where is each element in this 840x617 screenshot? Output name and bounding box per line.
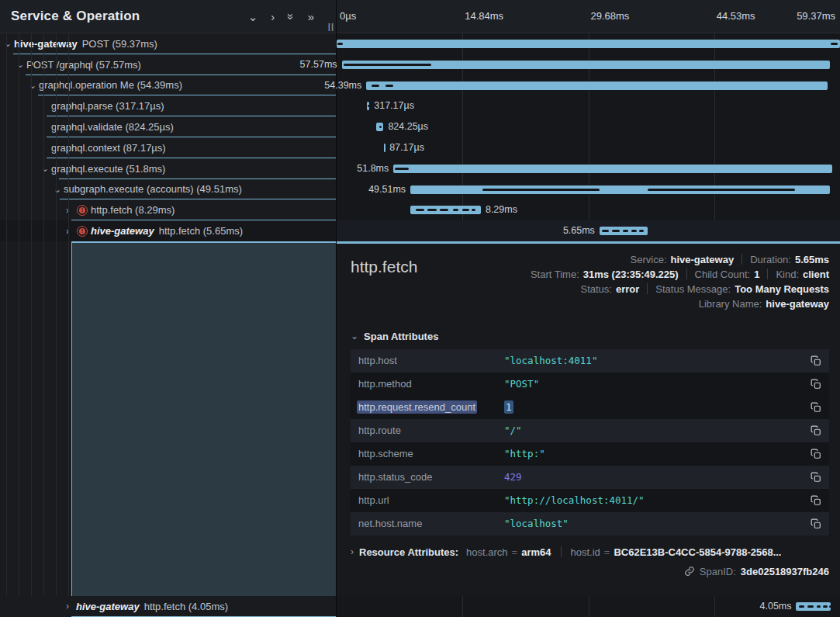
copy-icon[interactable] [807, 449, 821, 459]
chevron-down-icon[interactable]: ⌄ [248, 11, 258, 23]
tree-row[interactable]: ⌄hive-gatewayPOST (59.37ms) [0, 33, 336, 54]
attribute-key: http.scheme [358, 448, 504, 459]
tree-row[interactable]: ›!http.fetch (8.29ms) [0, 199, 336, 220]
span-duration-bar[interactable] [337, 40, 840, 48]
resource-attributes-title: Resource Attributes: [359, 546, 458, 558]
tree-row[interactable]: graphql.validate (824.25µs) [0, 116, 336, 137]
resource-key: host.arch [466, 546, 507, 558]
chevron-right-icon[interactable]: › [66, 601, 76, 611]
span-meta-line: Library Name:hive-gateway [699, 298, 829, 310]
chevron-right-icon[interactable]: › [271, 11, 275, 23]
span-operation-label: http.fetch (8.29ms) [91, 204, 175, 216]
child-span-mark [612, 230, 620, 232]
meta-label: Status: [581, 283, 612, 295]
child-span-mark [631, 230, 637, 232]
tree-row[interactable]: ⌄graphql.operation Me (54.39ms) [0, 75, 336, 96]
attribute-row[interactable]: http.status_code429 [351, 466, 829, 489]
span-detail-panel: http.fetch Service:hive-gatewayDuration:… [337, 241, 840, 596]
attribute-row[interactable]: http.request.resend_count1 [351, 396, 829, 419]
attribute-value: "POST" [504, 378, 807, 390]
attribute-row[interactable]: http.method"POST" [351, 373, 829, 396]
attribute-row[interactable]: http.scheme"http:" [351, 442, 829, 466]
copy-icon[interactable] [807, 402, 821, 413]
child-span-mark [482, 189, 600, 191]
double-chevron-down-icon[interactable]: » [285, 13, 297, 19]
chevron-right-icon[interactable]: › [66, 206, 76, 215]
trace-viewer: Service & Operation ⌄›»» || ⌄hive-gatewa… [0, 0, 840, 617]
span-attributes-title: Span Attributes [364, 331, 438, 342]
error-icon: ! [77, 205, 88, 216]
chevron-down-icon: ⌄ [351, 331, 358, 341]
resource-divider [561, 546, 562, 557]
timeline-panel: 0µs14.84ms29.68ms44.53ms59.37ms 57.57ms5… [337, 0, 840, 617]
tree-row[interactable]: graphql.context (87.17µs) [0, 137, 336, 158]
equals-sign: = [604, 546, 610, 558]
tree-row[interactable]: ⌄POST /graphql (57.57ms) [0, 54, 336, 75]
span-duration-bar[interactable] [366, 81, 828, 90]
tree-row-selected[interactable]: ›!hive-gatewayhttp.fetch (5.65ms) [0, 220, 336, 241]
chevron-right-icon[interactable]: › [66, 227, 76, 236]
span-id-row: SpanID: 3de02518937fb246 [351, 566, 829, 577]
span-operation-label: graphql.context (87.17µs) [51, 142, 166, 154]
child-span-mark [462, 209, 469, 211]
child-span-mark [385, 85, 393, 87]
meta-value: 31ms (23:35:49.225) [583, 269, 679, 280]
attribute-key: http.method [358, 378, 504, 390]
selected-text: http.request.resend_count [357, 400, 477, 414]
left-panel-header: Service & Operation ⌄›»» || [0, 0, 336, 33]
copy-icon[interactable] [807, 379, 821, 390]
tree-row[interactable]: graphql.parse (317.17µs) [0, 95, 336, 116]
double-chevron-right-icon[interactable]: » [308, 11, 314, 23]
chevron-down-icon[interactable]: ⌄ [16, 60, 26, 69]
meta-label: Library Name: [699, 298, 762, 310]
attribute-value: 429 [504, 471, 807, 483]
link-icon[interactable] [684, 566, 695, 577]
chevron-down-icon[interactable]: ⌄ [29, 81, 39, 90]
resource-attributes-row[interactable]: › Resource Attributes: host.arch=arm64ho… [351, 546, 829, 558]
error-icon-glyph: ! [79, 228, 85, 234]
timeline-row: 824.25µs [337, 116, 840, 137]
span-title: http.fetch [351, 254, 417, 276]
span-operation-label: graphql.operation Me (54.39ms) [39, 79, 182, 91]
child-span-mark [602, 230, 609, 232]
child-span-mark [807, 605, 814, 608]
axis-tick-label: 59.37ms [797, 10, 835, 22]
panel-resize-handle[interactable]: || [328, 22, 334, 31]
timeline-row: 8.29ms [337, 199, 840, 220]
chevron-down-icon[interactable]: ⌄ [54, 185, 64, 194]
span-duration-bar[interactable] [393, 165, 832, 173]
copy-icon[interactable] [807, 518, 821, 529]
meta-value: Too Many Requests [735, 283, 829, 295]
span-operation-label: graphql.parse (317.17µs) [51, 100, 164, 112]
attribute-row[interactable]: http.url"http://localhost:4011/" [351, 489, 829, 512]
chevron-down-icon[interactable]: ⌄ [4, 39, 14, 48]
span-attributes-toggle[interactable]: ⌄ Span Attributes [351, 331, 829, 342]
error-icon-glyph: ! [79, 207, 85, 213]
span-operation-label: POST (59.37ms) [82, 38, 157, 50]
child-span-mark [639, 230, 643, 232]
copy-icon[interactable] [807, 355, 821, 366]
tree-row[interactable]: ⌄subgraph.execute (accounts) (49.51ms) [0, 179, 336, 200]
span-duration-label: 5.65ms [563, 225, 595, 236]
tree-row[interactable]: ⌄graphql.execute (51.8ms) [0, 158, 336, 179]
axis-tick-label: 14.84ms [465, 10, 503, 22]
child-span-mark [623, 230, 628, 232]
span-duration-bar[interactable] [384, 144, 385, 152]
meta-label: Start Time: [531, 269, 579, 280]
attribute-row[interactable]: net.host.name"localhost" [351, 512, 829, 536]
timeline-row: 4.05ms [337, 596, 840, 617]
attribute-row[interactable]: http.route"/" [351, 419, 829, 442]
copy-icon[interactable] [807, 425, 821, 436]
copy-icon[interactable] [807, 472, 821, 483]
meta-value: client [803, 269, 829, 280]
meta-value: 1 [754, 269, 759, 280]
tree-row[interactable]: ›hive-gatewayhttp.fetch (4.05ms) [0, 596, 336, 617]
attribute-row[interactable]: http.host"localhost:4011" [351, 349, 829, 373]
attribute-key: net.host.name [358, 518, 504, 529]
chevron-right-icon: › [351, 546, 354, 557]
span-id-value: 3de02518937fb246 [741, 566, 829, 577]
service-name: hive-gateway [76, 601, 140, 612]
copy-icon[interactable] [807, 495, 821, 506]
attribute-value: "localhost" [504, 518, 807, 529]
chevron-down-icon[interactable]: ⌄ [41, 164, 51, 173]
